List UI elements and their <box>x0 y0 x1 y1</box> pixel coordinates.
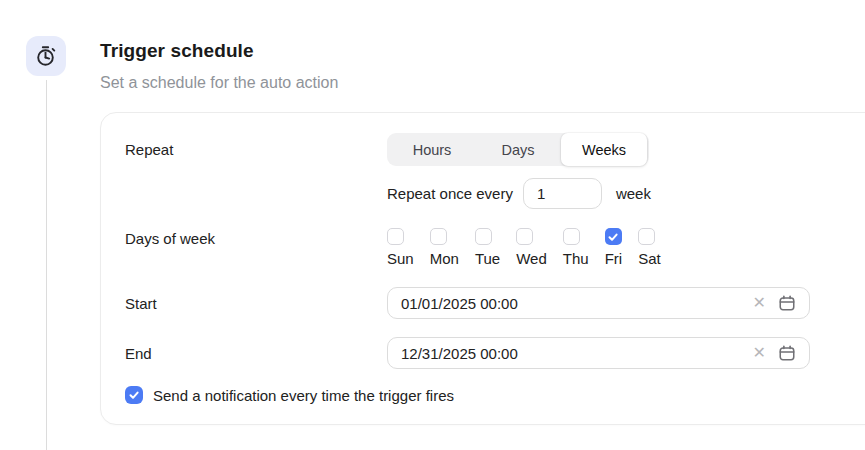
start-datetime-input[interactable] <box>388 295 747 312</box>
stopwatch-icon <box>26 36 66 76</box>
day-checkbox-mon[interactable] <box>430 228 447 245</box>
end-row: End ✕ <box>125 337 865 369</box>
day-tue: Tue <box>475 228 500 267</box>
end-datetime-field: ✕ <box>387 337 810 369</box>
day-checkbox-thu[interactable] <box>563 228 580 245</box>
notification-label: Send a notification every time the trigg… <box>153 387 454 404</box>
days-of-week-row: Days of week Sun Mon Tue Wed <box>125 228 865 267</box>
day-checkbox-sat[interactable] <box>638 228 655 245</box>
day-label-fri: Fri <box>605 250 623 267</box>
day-label-mon: Mon <box>430 250 459 267</box>
end-datetime-input[interactable] <box>388 345 747 362</box>
day-label-thu: Thu <box>563 250 589 267</box>
schedule-card: Repeat Hours Days Weeks Repeat once ever… <box>100 112 865 425</box>
day-label-wed: Wed <box>516 250 547 267</box>
segment-days[interactable]: Days <box>475 135 561 164</box>
interval-prefix: Repeat once every <box>387 185 513 202</box>
trigger-schedule-panel: Trigger schedule Set a schedule for the … <box>0 0 865 450</box>
calendar-icon[interactable] <box>772 294 809 312</box>
day-wed: Wed <box>516 228 547 267</box>
start-row: Start ✕ <box>125 287 865 319</box>
end-label: End <box>125 345 387 362</box>
page-subtitle: Set a schedule for the auto action <box>100 74 338 92</box>
interval-unit: week <box>616 185 651 202</box>
day-checkbox-sun[interactable] <box>387 228 404 245</box>
page-title: Trigger schedule <box>100 40 338 62</box>
day-checkbox-tue[interactable] <box>475 228 492 245</box>
calendar-icon[interactable] <box>772 344 809 362</box>
day-label-sat: Sat <box>638 250 661 267</box>
day-thu: Thu <box>563 228 589 267</box>
clear-icon[interactable]: ✕ <box>747 295 772 311</box>
day-fri: Fri <box>605 228 623 267</box>
notification-row: Send a notification every time the trigg… <box>125 386 865 404</box>
segment-weeks[interactable]: Weeks <box>561 133 647 166</box>
days-of-week-label: Days of week <box>125 230 387 247</box>
repeat-label: Repeat <box>125 141 387 158</box>
day-checkbox-wed[interactable] <box>516 228 533 245</box>
segment-hours[interactable]: Hours <box>389 135 475 164</box>
notification-checkbox[interactable] <box>125 386 143 404</box>
day-sun: Sun <box>387 228 414 267</box>
interval-value-input[interactable] <box>523 178 602 209</box>
repeat-unit-segmented-control: Hours Days Weeks <box>387 133 649 166</box>
repeat-row: Repeat Hours Days Weeks <box>125 133 865 166</box>
check-icon <box>128 389 140 401</box>
day-checkbox-fri[interactable] <box>605 228 622 245</box>
start-datetime-field: ✕ <box>387 287 810 319</box>
day-mon: Mon <box>430 228 459 267</box>
interval-row: Repeat once every week <box>125 178 865 209</box>
day-label-sun: Sun <box>387 250 414 267</box>
clear-icon[interactable]: ✕ <box>747 345 772 361</box>
day-sat: Sat <box>638 228 661 267</box>
day-label-tue: Tue <box>475 250 500 267</box>
check-icon <box>607 231 619 243</box>
timeline-connector <box>46 80 47 450</box>
start-label: Start <box>125 295 387 312</box>
